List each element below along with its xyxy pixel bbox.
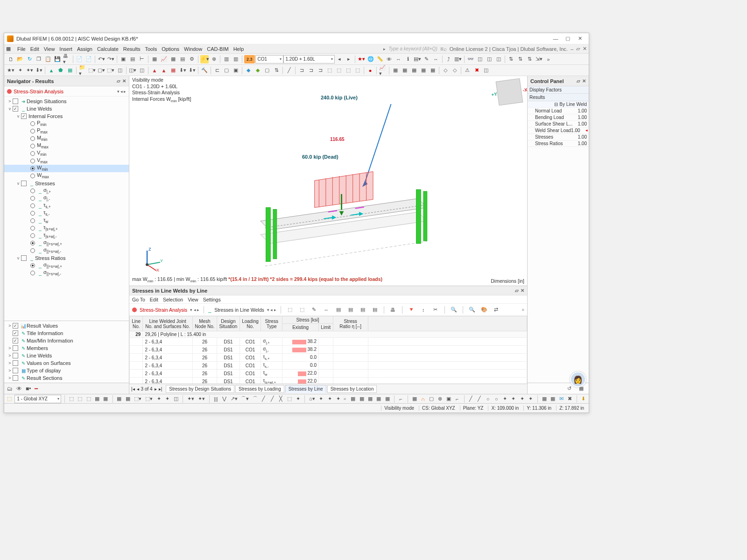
tb-vz-icon[interactable]: ⇅ xyxy=(526,55,534,63)
tree-row[interactable]: ⎯σ||+s+w|,- xyxy=(4,269,129,277)
tb-dim2-icon[interactable]: ↔ xyxy=(432,55,440,63)
tb2-grid1-icon[interactable]: ▦ xyxy=(391,66,400,75)
st-i25-icon[interactable]: ⌂▾ xyxy=(309,395,316,403)
tb-iso-icon[interactable]: ⇲▾ xyxy=(535,55,543,63)
tb2-d5-icon[interactable]: ⬇▾ xyxy=(188,66,196,75)
rt-tb-x-icon[interactable]: ✂ xyxy=(431,306,440,314)
nav-foot-pen-icon[interactable]: ━ xyxy=(35,385,38,392)
st-i3-icon[interactable]: ⬚ xyxy=(86,395,92,403)
table-row[interactable]: 2 - 6,3,426DS1CO1τs,+0.0 xyxy=(130,354,527,362)
st-r9-icon[interactable]: ▢ xyxy=(429,395,434,403)
tb-star-icon[interactable]: ★▾ xyxy=(357,55,366,63)
nav-close-icon[interactable]: ✕ xyxy=(122,78,126,84)
rt-tb-sync-icon[interactable]: ⇄ xyxy=(492,306,500,314)
tb2-sel-icon[interactable]: ▲ xyxy=(47,66,56,75)
tb-win2-icon[interactable]: ▤ xyxy=(128,55,137,63)
rt-view[interactable]: View xyxy=(188,297,198,302)
st-i9-icon[interactable]: ⬚▾ xyxy=(145,395,153,403)
tree-radio[interactable] xyxy=(30,271,35,275)
tree-row[interactable]: >✓📊Result Values xyxy=(4,322,129,329)
th-design[interactable]: DesignSituation xyxy=(217,316,240,331)
rt-ctx-table[interactable]: Stresses in Line Welds xyxy=(214,307,264,313)
results-table[interactable]: LineNo. Line Welded JointNo. and Surface… xyxy=(129,316,527,384)
tree-row[interactable]: ✓✎Max/Min Information xyxy=(4,337,129,344)
tree-row[interactable]: ⎯σ||+s+w|,+ xyxy=(4,262,129,269)
tree-row[interactable]: ✓✎Title Information xyxy=(4,329,129,337)
tb-dim-icon[interactable]: ↔ xyxy=(395,55,403,63)
tb2-sel3-icon[interactable]: ▦ xyxy=(66,66,74,75)
st-i22-icon[interactable]: ╳ xyxy=(278,395,283,403)
table-row[interactable]: 2 - 6,3,426DS1CO1τs,-0.0 xyxy=(130,362,527,370)
table-row[interactable]: 2 - 6,3,426DS1CO1σ|,+38.2 xyxy=(130,338,527,346)
tree-radio[interactable] xyxy=(30,166,35,171)
st-i8-icon[interactable]: ⬚▾ xyxy=(134,395,142,403)
tree-row[interactable]: v⎯Stresses xyxy=(4,180,129,187)
st-i26-icon[interactable]: ✦ xyxy=(318,395,324,403)
rt-tb-search-icon[interactable]: 🔍 xyxy=(450,306,458,314)
st-r15-icon[interactable]: ○ xyxy=(485,395,491,403)
tree-row[interactable]: ⎯τ|s+w|,- xyxy=(4,232,129,239)
st-i27-icon[interactable]: ✦ xyxy=(327,395,332,403)
st-i28-icon[interactable]: ✦ xyxy=(335,395,341,403)
menu-tools[interactable]: Tools xyxy=(145,46,157,52)
nav-foot-tree-icon[interactable]: 🗂 xyxy=(7,385,13,392)
nav-cube[interactable]: +Y -X xyxy=(496,78,523,106)
tree-row[interactable]: v⎯Stress Ratios xyxy=(4,254,129,262)
tb-res-icon[interactable]: ▤ xyxy=(178,55,187,63)
tree-radio[interactable] xyxy=(30,233,35,238)
st-i11-icon[interactable]: ✦ xyxy=(164,395,170,403)
cp-item[interactable]: Surface Shear L...1.00 xyxy=(528,121,589,127)
tree-row[interactable]: ⎯τw xyxy=(4,217,129,224)
menu-cadbim[interactable]: CAD-BIM xyxy=(207,46,228,52)
tree-radio[interactable] xyxy=(30,196,35,201)
cp-group[interactable]: By Line Weld xyxy=(559,102,587,107)
search-input[interactable]: Type a keyword (Alt+Q) xyxy=(388,46,437,51)
st-r17-icon[interactable]: ✦ xyxy=(502,395,507,403)
st-i18-icon[interactable]: ⌒▾ xyxy=(241,395,249,403)
menu-file[interactable]: File xyxy=(17,46,26,52)
tree-checkbox[interactable]: ✓ xyxy=(13,338,18,343)
rt-ctx-analysis[interactable]: Stress-Strain Analysis xyxy=(140,307,187,313)
tb2-m1-icon[interactable]: ◫▾ xyxy=(128,66,137,75)
rt-close-icon[interactable]: ✕ xyxy=(521,288,524,293)
tb-nav-prev-icon[interactable]: ◂ xyxy=(335,55,344,63)
rt-tb6-icon[interactable]: ▤ xyxy=(346,306,355,314)
tb2-d1-icon[interactable]: ▲ xyxy=(150,66,159,75)
tb2-s4-icon[interactable]: ⬚ xyxy=(325,66,334,75)
tb-gear-icon[interactable]: ⚙ xyxy=(188,55,196,63)
tree-radio[interactable] xyxy=(30,248,35,253)
tree-row[interactable]: Wmax xyxy=(4,172,129,180)
tb-print-icon[interactable]: 🖶▾ xyxy=(63,55,71,63)
st-i12-icon[interactable]: ◫ xyxy=(173,395,179,403)
st-i20-icon[interactable]: ╱ xyxy=(261,395,267,403)
tb2-grid5-icon[interactable]: ▦ xyxy=(429,66,437,75)
st-r4-icon[interactable]: ▦ xyxy=(376,395,381,403)
st-r18-icon[interactable]: ✦ xyxy=(511,395,516,403)
tb-redo-icon[interactable]: ↷▾ xyxy=(106,55,115,63)
st-i19-icon[interactable]: ⌒ xyxy=(252,395,258,403)
st-i24-icon[interactable]: ✦ xyxy=(295,395,301,403)
search-icon[interactable]: ≡⌕ xyxy=(440,46,447,52)
tree-checkbox[interactable] xyxy=(13,98,18,104)
tree-radio[interactable] xyxy=(30,159,35,163)
rt-tb2-icon[interactable]: ⬚ xyxy=(298,306,306,314)
tb-paste-icon[interactable]: 📋 xyxy=(44,55,52,63)
st-i16-icon[interactable]: ⋁ xyxy=(222,395,227,403)
tree-checkbox[interactable] xyxy=(13,345,18,351)
tree-row[interactable]: Wmin xyxy=(4,165,129,172)
st-r8-icon[interactable]: ∩ xyxy=(420,395,426,403)
tb-more-icon[interactable]: » xyxy=(544,55,553,63)
cp-item[interactable]: Normal Load1.00 xyxy=(528,108,589,114)
tb2-p2-icon[interactable]: ▢ xyxy=(222,66,231,75)
st-i4-icon[interactable]: ▦ xyxy=(94,395,100,403)
tree-checkbox[interactable] xyxy=(13,368,18,373)
tb-cube2-icon[interactable]: ◫ xyxy=(485,55,493,63)
tree-row[interactable]: ⎯τs,- xyxy=(4,210,129,217)
st-i14-icon[interactable]: ✦▾ xyxy=(197,395,205,403)
tb2-f5-icon[interactable]: ◫ xyxy=(116,66,124,75)
tb-undo-icon[interactable]: ↶▾ xyxy=(97,55,106,63)
pager-prev-icon[interactable]: ◂ xyxy=(137,386,139,392)
tree-radio[interactable] xyxy=(30,203,35,208)
th-joint[interactable]: Line Welded JointNo. and Surfaces No. xyxy=(143,316,192,331)
tree-radio[interactable] xyxy=(30,226,35,231)
